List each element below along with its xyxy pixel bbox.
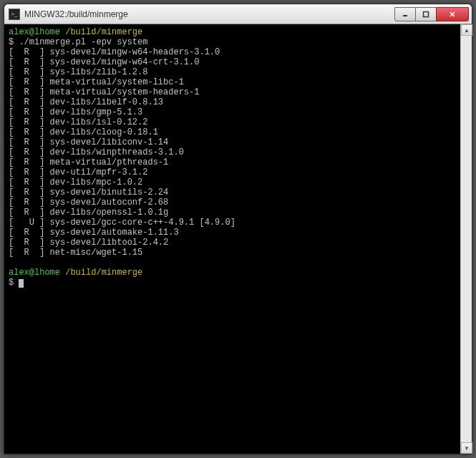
terminal-output[interactable]: alex@lhome /build/minmerge $ ./minmerge.… — [4, 24, 460, 454]
prompt-symbol: $ — [9, 278, 14, 288]
titlebar[interactable]: >_ MINGW32:/build/minmerge — [4, 4, 472, 24]
terminal-window: >_ MINGW32:/build/minmerge alex@lhome /b… — [4, 4, 472, 454]
terminal-body: alex@lhome /build/minmerge $ ./minmerge.… — [4, 24, 472, 454]
prompt-user: alex@lhome — [9, 27, 60, 37]
window-controls — [395, 7, 469, 21]
minimize-icon — [402, 11, 409, 18]
scrollbar[interactable]: ▲ ▼ — [460, 24, 472, 454]
window-title: MINGW32:/build/minmerge — [24, 9, 395, 19]
close-button[interactable] — [436, 7, 469, 21]
close-icon — [449, 11, 456, 18]
maximize-button[interactable] — [415, 7, 437, 21]
prompt-symbol: $ — [9, 37, 14, 47]
cursor — [19, 279, 24, 288]
command-text: ./minmerge.pl -epv system — [19, 37, 147, 47]
svg-rect-1 — [424, 11, 429, 16]
prompt-user: alex@lhome — [9, 268, 60, 278]
minimize-button[interactable] — [394, 7, 416, 21]
scroll-down-button[interactable]: ▼ — [461, 442, 472, 454]
prompt-path: /build/minmerge — [65, 268, 142, 278]
package-list: [ R ] sys-devel/mingw-w64-headers-3.1.0 … — [9, 47, 235, 258]
scroll-up-button[interactable]: ▲ — [461, 24, 472, 36]
maximize-icon — [422, 11, 429, 18]
app-icon: >_ — [9, 9, 20, 20]
prompt-path: /build/minmerge — [65, 27, 142, 37]
